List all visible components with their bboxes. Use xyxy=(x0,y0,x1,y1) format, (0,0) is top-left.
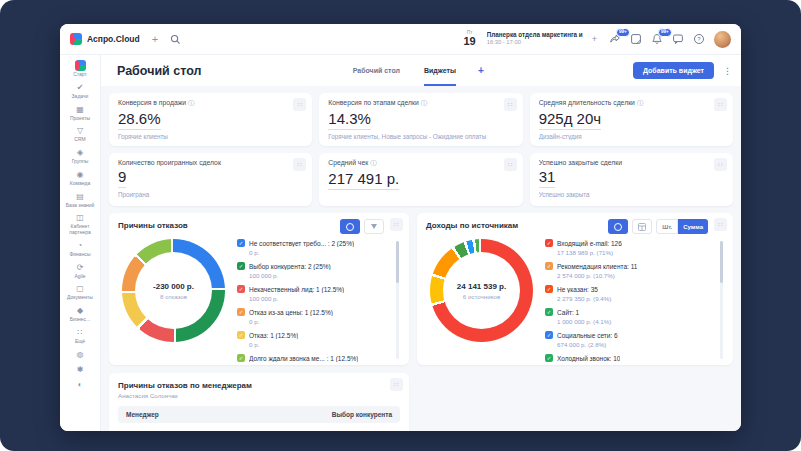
drag-handle-icon[interactable]: ∷ xyxy=(714,98,727,111)
activity-badge: 99+ xyxy=(616,28,630,37)
legend-checkbox[interactable]: ✓ xyxy=(237,239,245,247)
donut-center-label: 8 отказов xyxy=(160,293,187,300)
income-legend: ✓Входящий e-mail: 12617 138 989 р. (71%)… xyxy=(545,239,724,368)
sidebar-item-CRM[interactable]: ▽CRM xyxy=(60,124,100,145)
legend-label: Не соответствует требо... : 2 (25%) xyxy=(249,240,354,247)
kpi-filter-link[interactable]: Проиграна xyxy=(118,191,303,198)
kpi-card: Средняя длительность сделкиⓘ925д 20чДиза… xyxy=(530,93,733,146)
tab-Рабочий стол[interactable]: Рабочий стол xyxy=(353,55,400,86)
quick-add-button[interactable]: + xyxy=(152,33,158,45)
sidebar: Старт✔Задачи▦Проекты▽CRM◈Группы◉Команда▤… xyxy=(60,55,101,431)
legend-label: Холодный звонок: 10 xyxy=(557,355,620,362)
sidebar-item-Документы[interactable]: ▢Документы xyxy=(60,282,100,303)
info-icon[interactable]: ⓘ xyxy=(188,99,195,106)
projects-icon: ▦ xyxy=(76,105,84,115)
donut-center-value: -230 000 р. xyxy=(153,282,194,291)
page-header: Рабочий стол Рабочий столВиджеты + Добав… xyxy=(101,55,741,86)
crm-funnel-icon: ▽ xyxy=(77,126,83,136)
info-icon[interactable]: ⓘ xyxy=(370,159,377,166)
kpi-grid: Конверсия в продажиⓘ28.6%Горячие клиенты… xyxy=(109,93,733,206)
legend-checkbox[interactable]: ✓ xyxy=(237,308,245,316)
legend-checkbox[interactable]: ✓ xyxy=(545,285,553,293)
activity-button[interactable]: 99+ xyxy=(609,33,621,45)
legend-checkbox[interactable]: ✓ xyxy=(237,262,245,270)
calendar-event[interactable]: Планерка отдела маркетинга и 16:30 - 17:… xyxy=(487,31,583,46)
refusals-legend: ✓Не соответствует требо... : 2 (25%)0 р.… xyxy=(237,239,400,368)
legend-amount: 1 000 000 р. (4.1%) xyxy=(557,318,715,325)
drag-handle-icon[interactable]: ∷ xyxy=(390,378,403,391)
info-icon[interactable]: ⓘ xyxy=(637,99,644,106)
sidebar-item-Agile[interactable]: ⟳Agile xyxy=(60,261,100,282)
table-view-button[interactable] xyxy=(632,219,652,234)
sidebar-item-label: Документы xyxy=(67,295,93,301)
notes-button[interactable] xyxy=(630,33,642,45)
drag-handle-icon[interactable]: ∷ xyxy=(714,218,727,231)
refusals-donut-chart[interactable]: -230 000 р. 8 отказов xyxy=(122,239,225,342)
sidebar-item-Проекты[interactable]: ▦Проекты xyxy=(60,103,100,124)
unit-sum-button[interactable]: Сумма xyxy=(678,219,708,234)
legend-checkbox[interactable]: ✓ xyxy=(237,331,245,339)
donut-view-button[interactable] xyxy=(340,219,360,234)
user-avatar[interactable] xyxy=(714,31,731,48)
drag-handle-icon[interactable]: ∷ xyxy=(714,158,727,171)
kpi-filter-link[interactable]: Горячие клиенты, Новые запросы - Ожидани… xyxy=(328,133,513,140)
legend-checkbox[interactable]: ✓ xyxy=(237,354,245,362)
chat-button[interactable] xyxy=(672,33,684,45)
sidebar-item-Группы[interactable]: ◈Группы xyxy=(60,146,100,167)
sidebar-item-Бизнес...[interactable]: ◆Бизнес... xyxy=(60,304,100,325)
sidebar-item-Кабинет партнера[interactable]: ◫Кабинет партнера xyxy=(60,211,100,238)
sidebar-item-Задачи[interactable]: ✔Задачи xyxy=(60,81,100,102)
legend-scrollbar[interactable] xyxy=(396,241,399,359)
drag-handle-icon[interactable]: ∷ xyxy=(504,158,517,171)
sidebar-item-label: Старт xyxy=(73,72,87,78)
legend-checkbox[interactable]: ✓ xyxy=(545,354,553,362)
legend-item: ✓Долго ждали звонка ме... : 1 (12.5%) xyxy=(237,354,391,362)
manager-filter-link[interactable]: Анастасия Солончак xyxy=(118,392,400,399)
svg-text:?: ? xyxy=(697,36,701,42)
column-competitor-choice: Выбор конкурента xyxy=(332,411,392,418)
search-icon[interactable] xyxy=(170,34,181,45)
donut-view-button[interactable] xyxy=(608,219,628,234)
add-event-button[interactable]: + xyxy=(592,34,597,44)
info-icon[interactable]: ⓘ xyxy=(421,99,428,106)
sidebar-item-label: Бизнес... xyxy=(70,317,91,323)
unit-count-button[interactable]: Шт. xyxy=(656,219,678,234)
legend-checkbox[interactable]: ✓ xyxy=(545,239,553,247)
legend-checkbox[interactable]: ✓ xyxy=(545,331,553,339)
sidebar-item-Старт[interactable]: Старт xyxy=(60,58,100,80)
notifications-bell-button[interactable]: 99+ xyxy=(651,33,663,45)
drag-handle-icon[interactable]: ∷ xyxy=(390,218,403,231)
funnel-view-button[interactable] xyxy=(364,219,384,234)
legend-label: Некачественный лид: 1 (12.5%) xyxy=(249,286,344,293)
sidebar-item-Команда[interactable]: ◉Команда xyxy=(60,168,100,189)
tab-Виджеты[interactable]: Виджеты xyxy=(424,55,456,86)
kpi-filter-link[interactable]: Горячие клиенты xyxy=(118,133,303,140)
drag-handle-icon[interactable]: ∷ xyxy=(504,98,517,111)
kpi-filter-link[interactable]: Дизайн-студия xyxy=(539,133,724,140)
add-widget-button[interactable]: Добавить виджет xyxy=(633,62,714,79)
legend-scrollbar[interactable] xyxy=(720,241,723,359)
sidebar-item-label: Команда xyxy=(70,181,90,187)
drag-handle-icon[interactable]: ∷ xyxy=(293,98,306,111)
legend-checkbox[interactable]: ✓ xyxy=(545,262,553,270)
sidebar-item-База знаний[interactable]: ▤База знаний xyxy=(60,190,100,211)
income-donut-chart[interactable]: 24 141 539 р. 6 источников xyxy=(430,239,533,342)
sidebar-item-Ещё[interactable]: ∷Ещё xyxy=(60,326,100,347)
aspro-logo-icon xyxy=(70,33,82,45)
legend-amount: 17 138 989 р. (71%) xyxy=(557,249,715,256)
add-tab-button[interactable]: + xyxy=(478,65,484,76)
legend-checkbox[interactable]: ✓ xyxy=(545,308,553,316)
kpi-filter-link[interactable]: Успешно закрыта xyxy=(539,191,724,198)
legend-checkbox[interactable]: ✓ xyxy=(237,285,245,293)
help-button[interactable]: ? xyxy=(693,33,705,45)
calendar-date[interactable]: Пт 19 xyxy=(463,31,475,48)
legend-item: ✓Социальные сети: 6674 000 р. (2.8%) xyxy=(545,331,715,348)
sidebar-item-app-3[interactable]: ◐ xyxy=(60,378,100,392)
sidebar-item-app-1[interactable]: ◍ xyxy=(60,348,100,362)
kpi-title: Средняя длительность сделкиⓘ xyxy=(539,99,724,108)
sidebar-item-Финансы[interactable]: ◔Финансы xyxy=(60,239,100,260)
header-menu-button[interactable]: ⋮ xyxy=(723,66,732,76)
sidebar-item-app-2[interactable]: ✱ xyxy=(60,363,100,377)
donut-chart-icon xyxy=(346,223,354,231)
drag-handle-icon[interactable]: ∷ xyxy=(293,158,306,171)
